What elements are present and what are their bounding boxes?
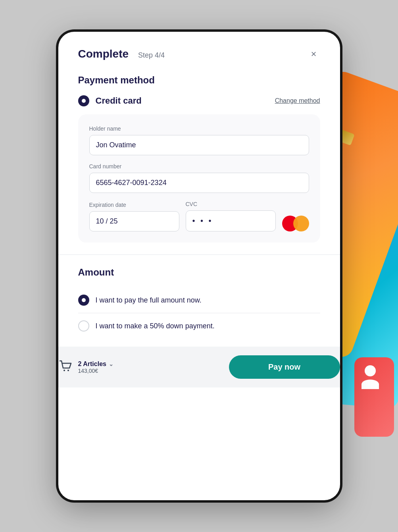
- cart-price: 143,00€: [78, 368, 113, 374]
- amount-title: Amount: [78, 267, 320, 278]
- pay-now-button[interactable]: Pay now: [229, 355, 340, 379]
- close-button[interactable]: ×: [308, 48, 320, 60]
- partial-amount-radio[interactable]: [78, 320, 89, 332]
- payment-method-left: Credit card: [78, 95, 142, 106]
- full-amount-option[interactable]: I want to pay the full amount now.: [78, 287, 320, 313]
- cvc-input[interactable]: [186, 210, 276, 231]
- cart-text: 2 Articles ⌄ 143,00€: [78, 360, 113, 374]
- mastercard-icon: [282, 216, 309, 231]
- holder-name-field: Holder name: [89, 125, 309, 155]
- amount-section: Amount I want to pay the full amount now…: [78, 267, 320, 339]
- header: Complete Step 4/4 ×: [78, 48, 320, 60]
- payment-method-section: Payment method Credit card Change method…: [78, 75, 320, 243]
- cvc-label: CVC: [186, 201, 276, 207]
- cvc-field: CVC: [186, 201, 276, 231]
- cart-info: 2 Articles ⌄ 143,00€: [58, 359, 113, 376]
- credit-card-radio[interactable]: [78, 95, 89, 106]
- expiration-field: Expiration date: [89, 202, 179, 231]
- cart-articles-count: 2 Articles ⌄: [78, 360, 113, 368]
- card-number-label: Card number: [89, 163, 309, 170]
- payment-method-row: Credit card Change method: [78, 95, 320, 106]
- card-number-field: Card number: [89, 163, 309, 193]
- partial-amount-option[interactable]: I want to make a 50% down payment.: [78, 313, 320, 339]
- phone-shell: Complete Step 4/4 × Payment method Credi…: [58, 32, 340, 500]
- full-amount-label: I want to pay the full amount now.: [96, 296, 202, 305]
- expiration-label: Expiration date: [89, 202, 179, 208]
- full-amount-radio[interactable]: [78, 295, 89, 306]
- card-person-icon: [358, 365, 382, 389]
- svg-point-0: [63, 370, 65, 371]
- page-title: Complete: [78, 48, 129, 60]
- payment-method-title: Payment method: [78, 75, 320, 86]
- expiry-cvc-row: Expiration date CVC: [89, 201, 309, 231]
- credit-card-label: Credit card: [96, 96, 142, 106]
- partial-amount-label: I want to make a 50% down payment.: [96, 322, 215, 330]
- cart-icon: [58, 359, 73, 376]
- holder-name-label: Holder name: [89, 125, 309, 132]
- step-indicator: Step 4/4: [138, 51, 165, 60]
- scene: Complete Step 4/4 × Payment method Credi…: [0, 0, 398, 532]
- expiration-input[interactable]: [89, 211, 179, 231]
- change-method-button[interactable]: Change method: [275, 97, 320, 104]
- holder-name-input[interactable]: [89, 135, 309, 155]
- card-form: Holder name Card number Expiration date: [78, 114, 320, 243]
- svg-point-1: [67, 370, 69, 371]
- footer: 2 Articles ⌄ 143,00€ Pay now: [58, 347, 340, 387]
- chevron-down-icon[interactable]: ⌄: [109, 361, 113, 367]
- card-number-input[interactable]: [89, 173, 309, 193]
- mc-circle-right: [293, 216, 309, 231]
- divider: [58, 254, 340, 255]
